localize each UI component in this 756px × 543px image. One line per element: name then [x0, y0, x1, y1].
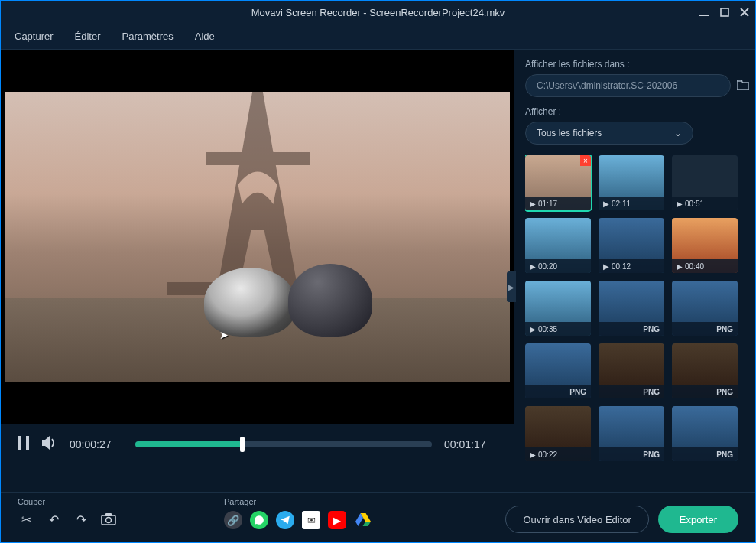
filter-dropdown[interactable]: Tous les fichiers ⌄ — [525, 122, 693, 145]
thumbnail-item[interactable]: PNG — [672, 343, 738, 398]
share-section: Partager 🔗 ✉ ▶ — [224, 497, 372, 529]
thumbnail-duration: 02:11 — [612, 200, 631, 208]
minimize-button[interactable] — [699, 7, 709, 18]
play-icon: ▶ — [530, 325, 536, 333]
cursor-icon: ➤ — [219, 329, 229, 341]
thumbnail-item[interactable]: PNG — [672, 406, 738, 461]
play-icon: ▶ — [530, 450, 536, 459]
thumbnail-badge: ▶00:20 — [525, 259, 591, 273]
video-viewport[interactable]: ➤ — [1, 50, 514, 424]
cut-section: Couper ✂ ↶ ↷ — [18, 497, 117, 528]
volume-button[interactable] — [42, 436, 57, 454]
thumbnail-badge: PNG — [672, 322, 738, 336]
redo-button[interactable]: ↷ — [73, 511, 89, 528]
total-time: 00:01:17 — [444, 438, 498, 450]
thumbnail-duration: 00:35 — [538, 325, 557, 333]
share-link-button[interactable]: 🔗 — [224, 511, 242, 529]
thumbnail-duration: 00:12 — [612, 262, 631, 271]
maximize-button[interactable] — [720, 7, 729, 18]
progress-bar[interactable] — [135, 441, 432, 447]
transport-bar: 00:00:27 00:01:17 — [1, 424, 514, 464]
thumbnail-item[interactable]: PNG — [599, 281, 664, 336]
thumbnail-item[interactable]: ▶00:12 — [599, 218, 664, 273]
scissors-button[interactable]: ✂ — [18, 511, 34, 528]
path-field[interactable]: C:\Users\Administrator.SC-202006 — [525, 74, 731, 97]
thumbnail-badge: PNG — [599, 322, 664, 336]
thumbnail-badge: ▶00:12 — [599, 259, 664, 273]
pause-button[interactable] — [18, 436, 30, 454]
thumbnail-item[interactable]: PNG — [672, 281, 738, 336]
bottom-bar: Couper ✂ ↶ ↷ Partager 🔗 ✉ ▶ Ouvrir dans … — [1, 492, 755, 543]
thumbnail-item[interactable]: PNG — [525, 343, 591, 398]
share-telegram-button[interactable] — [276, 511, 294, 529]
cut-label: Couper — [18, 497, 117, 506]
screenshot-button[interactable] — [100, 511, 117, 528]
close-button[interactable] — [740, 7, 749, 18]
player-area: ➤ 00:00:27 00:01:17 — [1, 50, 514, 492]
progress-knob[interactable] — [240, 437, 245, 452]
thumbnail-format: PNG — [569, 388, 586, 396]
sidebar: ▶ Afficher les fichiers dans : C:\Users\… — [514, 50, 755, 492]
play-icon: ▶ — [677, 262, 683, 271]
menu-capture[interactable]: Capturer — [15, 31, 54, 42]
share-gdrive-button[interactable] — [354, 511, 372, 529]
play-icon: ▶ — [603, 200, 609, 208]
play-icon: ▶ — [530, 262, 536, 271]
thumbnail-item[interactable]: PNG — [599, 406, 664, 461]
thumbnail-close-button[interactable]: × — [580, 155, 591, 166]
play-icon: ▶ — [603, 262, 609, 271]
thumbnail-badge: ▶02:11 — [599, 197, 664, 210]
share-whatsapp-button[interactable] — [250, 511, 268, 529]
thumbnail-item[interactable]: ▶02:11 — [599, 155, 664, 210]
play-icon: ▶ — [530, 200, 536, 208]
thumbnail-format: PNG — [716, 388, 733, 396]
thumbnail-format: PNG — [716, 325, 733, 333]
thumbnail-grid: ×▶01:17▶02:11▶00:51▶00:20▶00:12▶00:40▶00… — [525, 155, 749, 461]
svg-rect-0 — [699, 15, 709, 16]
svg-rect-3 — [26, 436, 29, 450]
thumbnail-format: PNG — [643, 388, 660, 396]
thumbnail-item[interactable]: PNG — [599, 343, 664, 398]
window-title: Movavi Screen Recorder - ScreenRecorderP… — [251, 7, 505, 18]
filter-label: Afficher : — [525, 106, 749, 117]
thumbnail-item[interactable]: ▶00:22 — [525, 406, 591, 461]
thumbnail-item[interactable]: ▶00:51 — [672, 155, 738, 210]
thumbnail-duration: 00:20 — [538, 262, 557, 271]
thumbnail-item[interactable]: ▶00:35 — [525, 281, 591, 336]
pigeon-graphic — [204, 268, 296, 337]
video-frame: ➤ — [5, 92, 510, 382]
window-controls — [699, 7, 749, 18]
thumbnail-item[interactable]: ▶00:20 — [525, 218, 591, 273]
menu-help[interactable]: Aide — [195, 31, 215, 42]
share-label: Partager — [224, 497, 372, 506]
thumbnail-format: PNG — [643, 450, 660, 459]
menu-edit[interactable]: Éditer — [75, 31, 101, 42]
path-text: C:\Users\Administrator.SC-202006 — [537, 80, 677, 91]
thumbnail-badge: PNG — [672, 447, 738, 461]
thumbnail-duration: 00:51 — [685, 200, 704, 208]
pigeon-graphic — [288, 264, 372, 337]
menubar: Capturer Éditer Paramètres Aide — [1, 24, 755, 50]
sidebar-collapse-button[interactable]: ▶ — [507, 272, 516, 302]
undo-button[interactable]: ↶ — [45, 511, 62, 528]
thumbnail-badge: ▶00:22 — [525, 447, 591, 461]
thumbnail-badge: ▶01:17 — [525, 197, 591, 210]
svg-rect-2 — [18, 436, 21, 450]
thumbnail-format: PNG — [716, 450, 733, 459]
open-editor-button[interactable]: Ouvrir dans Video Editor — [505, 506, 648, 533]
export-button[interactable]: Exporter — [658, 506, 738, 533]
thumbnail-badge: PNG — [672, 385, 738, 398]
progress-fill — [135, 441, 242, 447]
thumbnail-format: PNG — [643, 325, 660, 333]
thumbnail-badge: ▶00:35 — [525, 322, 591, 336]
share-youtube-button[interactable]: ▶ — [328, 511, 346, 529]
path-label: Afficher les fichiers dans : — [525, 59, 749, 70]
browse-folder-button[interactable] — [737, 80, 749, 93]
chevron-down-icon: ⌄ — [674, 128, 682, 138]
thumbnail-item[interactable]: ▶00:40 — [672, 218, 738, 273]
thumbnail-item[interactable]: ×▶01:17 — [525, 155, 591, 210]
svg-rect-6 — [105, 513, 112, 516]
thumbnail-duration: 00:40 — [685, 262, 704, 271]
share-mail-button[interactable]: ✉ — [302, 511, 320, 529]
menu-settings[interactable]: Paramètres — [122, 31, 174, 42]
